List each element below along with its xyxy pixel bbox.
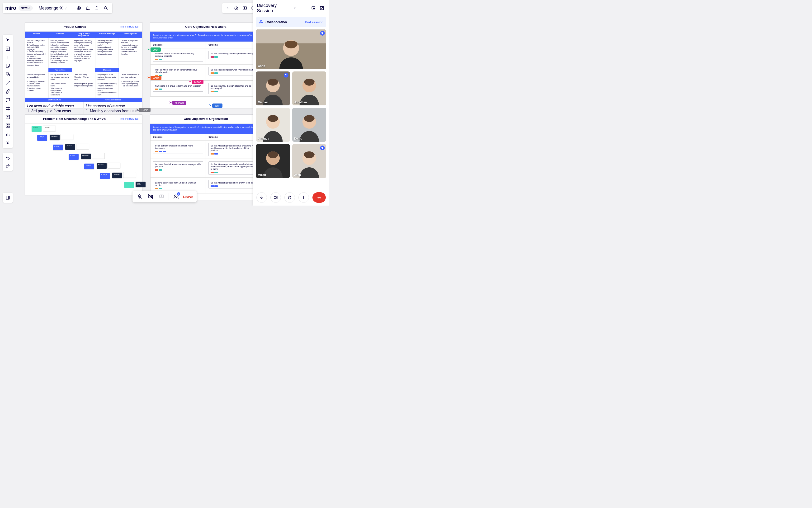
collaboration-banner: Collaboration End session (256, 17, 326, 27)
svg-rect-40 (261, 196, 262, 198)
search-icon[interactable] (102, 4, 110, 12)
video-tile[interactable]: Jonathan (292, 72, 326, 105)
collaborator-cursor: ➤Micah (188, 80, 204, 84)
board-title[interactable]: MessengerX (39, 6, 63, 11)
collaboration-icon (259, 19, 263, 25)
frame-five-whys[interactable]: Problem Root Understanding: The 5 Why's … (25, 115, 142, 195)
chart-tool[interactable] (4, 130, 12, 138)
collaborator-cursor: ➤Chris (147, 76, 162, 80)
why-box[interactable]: 2. Why? (53, 144, 63, 150)
objective-cell[interactable]: Increase the # of resources a user engag… (150, 159, 206, 177)
star-icon[interactable]: ☆ (65, 6, 68, 10)
apps-tool[interactable] (4, 122, 12, 130)
session-title[interactable]: Discovery Session (257, 3, 292, 13)
frame-title: Core Objectives: Organization (154, 117, 258, 121)
collaborator-cursor: ➤Denis (135, 108, 151, 112)
templates-tool[interactable] (4, 45, 12, 53)
svg-rect-8 (6, 98, 10, 101)
camera-button[interactable] (270, 192, 281, 203)
export-icon[interactable] (93, 4, 101, 12)
why-box[interactable] (76, 143, 89, 149)
why-box[interactable] (108, 163, 120, 168)
why-box[interactable]: Because... (65, 144, 75, 150)
info-link[interactable]: Info and How-Tos (120, 26, 138, 28)
left-toolbar (3, 35, 13, 148)
miro-logo[interactable]: miro (5, 5, 16, 11)
speaking-badge (320, 31, 325, 36)
chevron-down-icon[interactable]: ▾ (294, 6, 296, 10)
why-box[interactable]: 4. Why? (84, 164, 94, 169)
board-canvas[interactable]: Product Canvas Info and How-Tos Problem … (16, 16, 252, 206)
sticky-tool[interactable] (4, 62, 12, 70)
frame-product-canvas[interactable]: Product Canvas Info and How-Tos Problem … (25, 22, 142, 108)
video-tile[interactable]: Denis (292, 108, 326, 142)
collaboration-label: Collaboration (265, 20, 303, 24)
mic-button[interactable] (256, 192, 267, 203)
bell-icon[interactable] (84, 4, 92, 12)
more-tools[interactable] (4, 139, 12, 147)
camera-off-icon[interactable] (147, 193, 154, 200)
svg-point-42 (303, 196, 304, 197)
video-tile[interactable]: Micah (256, 144, 290, 178)
video-name: Jonathan (294, 101, 307, 104)
map-toggle-button[interactable] (3, 193, 13, 203)
shape-tool[interactable] (4, 70, 12, 78)
redo-button[interactable] (4, 162, 12, 170)
frame-objectives-users[interactable]: Core Objectives: New Users From the pers… (150, 22, 262, 108)
video-tile[interactable]: Michael (256, 72, 290, 105)
why-box[interactable]: Product decisions... (43, 126, 56, 131)
why-box[interactable]: Problem (32, 126, 42, 132)
five-whys-body[interactable]: ProblemProduct decisions...1. Why?Becaus… (25, 124, 142, 195)
participants-icon[interactable]: 3 (172, 193, 180, 200)
text-tool[interactable] (4, 53, 12, 61)
svg-rect-5 (6, 47, 10, 50)
frame-tool[interactable] (4, 104, 12, 113)
svg-rect-10 (6, 124, 8, 125)
why-box[interactable]: Because... (81, 154, 91, 159)
why-box[interactable]: 5. Why? (100, 173, 110, 179)
presentation-icon[interactable] (241, 4, 249, 12)
video-tile[interactable]: Josh (292, 144, 326, 178)
upload-tool[interactable] (4, 113, 12, 121)
mic-muted-icon[interactable] (136, 193, 143, 200)
why-box[interactable]: Because... (50, 135, 59, 140)
objectives-users-table: Objective Outcome Discover topical conte… (150, 42, 261, 97)
objective-cell[interactable]: Scale content engagement across more lan… (150, 140, 206, 159)
info-link[interactable]: Info and How-Tos (120, 118, 138, 120)
speaking-badge (320, 145, 325, 150)
why-box[interactable] (124, 182, 134, 188)
video-tile-main[interactable]: Chris (256, 30, 326, 69)
why-box[interactable]: 1. Why? (37, 135, 47, 141)
raise-hand-button[interactable] (285, 192, 295, 203)
why-box[interactable]: Because... (112, 173, 122, 178)
more-options-button[interactable] (298, 192, 309, 203)
pip-icon[interactable] (310, 5, 317, 11)
collaborator-cursor: ➤Josh (147, 47, 161, 52)
frame-objectives-org[interactable]: Core Objectives: Organization From the p… (150, 115, 262, 200)
chevron-right-icon[interactable]: › (224, 4, 232, 12)
svg-rect-41 (274, 197, 276, 199)
settings-icon[interactable] (75, 4, 83, 12)
leave-button[interactable]: Leave (183, 195, 193, 199)
why-box[interactable] (92, 153, 105, 159)
timer-icon[interactable] (232, 4, 240, 12)
why-box[interactable] (60, 134, 73, 140)
hangup-button[interactable] (312, 192, 326, 203)
svg-rect-16 (148, 195, 152, 198)
video-panel-header: Discovery Session ▾ (253, 0, 329, 16)
undo-button[interactable] (4, 154, 12, 162)
new-ui-pill[interactable]: New UI (18, 5, 33, 11)
svg-rect-20 (313, 8, 314, 9)
why-box[interactable]: Root cause (136, 182, 145, 187)
why-box[interactable]: Because... (97, 163, 106, 169)
why-box[interactable] (123, 172, 136, 178)
video-tile[interactable]: Amanda (256, 108, 290, 142)
end-session-button[interactable]: End session (305, 20, 324, 24)
pen-tool[interactable] (4, 87, 12, 95)
screenshare-icon[interactable] (158, 193, 165, 200)
why-box[interactable]: 3. Why? (69, 154, 79, 160)
line-tool[interactable] (4, 79, 12, 87)
select-tool[interactable] (4, 36, 12, 44)
comment-tool[interactable] (4, 96, 12, 104)
popout-icon[interactable] (318, 5, 325, 11)
